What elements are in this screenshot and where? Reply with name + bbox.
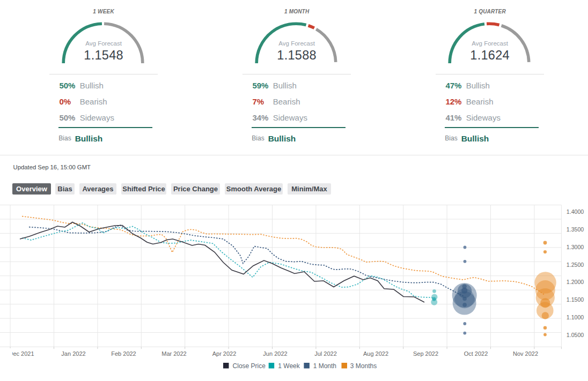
svg-text:1.3500: 1.3500 bbox=[567, 226, 584, 233]
svg-text:Jun 2022: Jun 2022 bbox=[263, 350, 287, 357]
svg-text:Dec 2021: Dec 2021 bbox=[9, 350, 34, 357]
svg-text:1 Month: 1 Month bbox=[313, 362, 336, 370]
svg-text:1 Week: 1 Week bbox=[278, 362, 300, 370]
svg-text:Jan 2022: Jan 2022 bbox=[61, 350, 85, 357]
svg-text:Oct 2022: Oct 2022 bbox=[464, 350, 488, 357]
svg-text:Close Price: Close Price bbox=[233, 362, 266, 370]
svg-text:3 Months: 3 Months bbox=[350, 362, 377, 370]
svg-text:Apr 2022: Apr 2022 bbox=[212, 350, 237, 357]
svg-text:Mar 2022: Mar 2022 bbox=[161, 350, 186, 357]
svg-text:Feb 2022: Feb 2022 bbox=[111, 350, 136, 357]
svg-text:1.4000: 1.4000 bbox=[567, 208, 584, 215]
svg-text:1.2500: 1.2500 bbox=[567, 262, 584, 268]
svg-text:1.2000: 1.2000 bbox=[567, 279, 584, 285]
svg-text:Jul 2022: Jul 2022 bbox=[314, 350, 337, 357]
svg-text:1.3000: 1.3000 bbox=[567, 244, 584, 250]
svg-text:1.1000: 1.1000 bbox=[567, 314, 584, 320]
svg-text:Aug 2022: Aug 2022 bbox=[363, 350, 388, 357]
svg-text:Nov 2022: Nov 2022 bbox=[513, 350, 538, 357]
svg-text:1.0500: 1.0500 bbox=[567, 332, 584, 338]
svg-text:Sep 2022: Sep 2022 bbox=[413, 350, 438, 357]
svg-text:1.1500: 1.1500 bbox=[567, 296, 584, 303]
